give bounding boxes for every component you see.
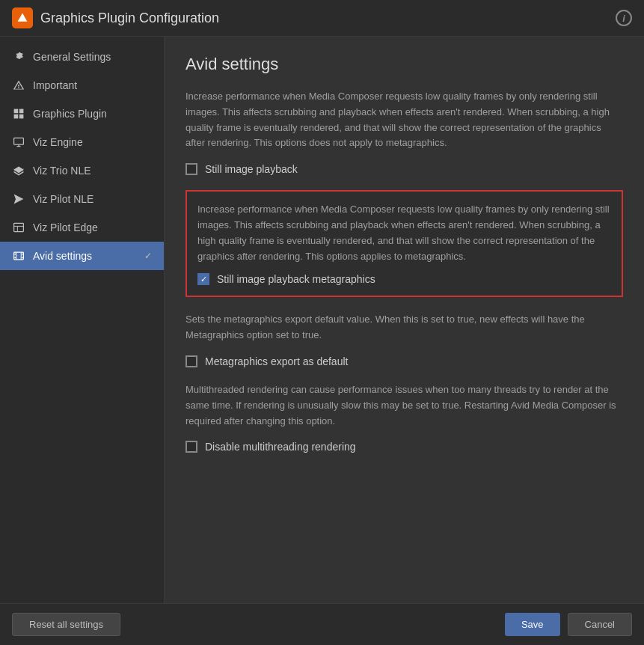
window-title: Graphics Plugin Configuration bbox=[40, 10, 219, 26]
multithreading-label: Disable multithreading rendering bbox=[205, 441, 356, 453]
monitor-icon bbox=[12, 135, 25, 149]
still-image-playback-description: Increase performance when Media Composer… bbox=[185, 89, 623, 151]
metagraphics-export-label: Metagraphics export as default bbox=[205, 355, 348, 367]
title-bar: Graphics Plugin Configuration i bbox=[0, 0, 644, 37]
main-layout: General Settings Important Graphics Plug… bbox=[0, 37, 644, 603]
svg-marker-8 bbox=[14, 195, 24, 204]
metagraphics-export-description: Sets the metagraphics export default val… bbox=[185, 312, 623, 343]
save-button[interactable]: Save bbox=[505, 613, 560, 636]
svg-rect-1 bbox=[14, 109, 19, 114]
footer-right: Save Cancel bbox=[505, 613, 632, 636]
grid-icon bbox=[12, 107, 25, 120]
layers-icon bbox=[12, 164, 25, 177]
warning-icon bbox=[12, 79, 25, 92]
table-icon bbox=[12, 221, 25, 234]
svg-marker-0 bbox=[18, 13, 28, 22]
sidebar-item-viz-engine-label: Viz Engine bbox=[33, 136, 83, 148]
gear-icon bbox=[12, 50, 25, 64]
active-checkmark: ✓ bbox=[144, 251, 152, 261]
svg-rect-9 bbox=[14, 223, 24, 231]
svg-rect-12 bbox=[14, 252, 24, 260]
footer: Reset all settings Save Cancel bbox=[0, 603, 644, 645]
cancel-button[interactable]: Cancel bbox=[568, 613, 632, 636]
info-icon[interactable]: i bbox=[616, 10, 632, 26]
sidebar-item-viz-engine[interactable]: Viz Engine bbox=[0, 128, 164, 156]
sidebar-item-avid-settings[interactable]: Avid settings ✓ bbox=[0, 242, 164, 270]
multithreading-description: Multithreaded rendering can cause perfor… bbox=[185, 382, 623, 429]
sidebar-item-viz-pilot-nle[interactable]: Viz Pilot NLE bbox=[0, 185, 164, 213]
sidebar-item-viz-pilot-edge-label: Viz Pilot Edge bbox=[33, 221, 98, 233]
sidebar-item-viz-pilot-edge[interactable]: Viz Pilot Edge bbox=[0, 213, 164, 242]
svg-rect-2 bbox=[19, 109, 24, 114]
svg-rect-17 bbox=[22, 254, 23, 255]
multithreading-option: Disable multithreading rendering bbox=[185, 441, 623, 453]
sidebar-item-important-label: Important bbox=[33, 79, 77, 91]
sidebar-item-avid-settings-label: Avid settings bbox=[33, 250, 92, 262]
sidebar-item-graphics-plugin[interactable]: Graphics Plugin bbox=[0, 100, 164, 128]
sidebar-item-viz-pilot-nle-label: Viz Pilot NLE bbox=[33, 193, 93, 205]
title-bar-left: Graphics Plugin Configuration bbox=[12, 7, 219, 28]
svg-rect-18 bbox=[22, 257, 23, 259]
svg-rect-4 bbox=[19, 114, 24, 119]
svg-rect-15 bbox=[14, 254, 16, 255]
still-image-metagraphics-option: ✓ Still image playback metagraphics bbox=[197, 273, 611, 285]
sidebar-item-viz-trio-nle-label: Viz Trio NLE bbox=[33, 165, 91, 177]
still-image-metagraphics-checkbox[interactable]: ✓ bbox=[197, 273, 209, 285]
sidebar-item-general-settings[interactable]: General Settings bbox=[0, 43, 164, 71]
multithreading-checkbox[interactable] bbox=[185, 441, 197, 453]
reset-all-settings-button[interactable]: Reset all settings bbox=[12, 613, 120, 636]
svg-rect-16 bbox=[14, 257, 16, 259]
film-icon bbox=[12, 249, 25, 263]
footer-left: Reset all settings bbox=[12, 613, 120, 636]
sidebar-item-graphics-plugin-label: Graphics Plugin bbox=[33, 108, 107, 120]
still-image-playback-option: Still image playback bbox=[185, 163, 623, 175]
sidebar: General Settings Important Graphics Plug… bbox=[0, 37, 165, 603]
svg-rect-5 bbox=[14, 138, 24, 144]
metagraphics-export-option: Metagraphics export as default bbox=[185, 355, 623, 367]
still-image-metagraphics-label: Still image playback metagraphics bbox=[217, 273, 375, 285]
sidebar-item-general-settings-label: General Settings bbox=[33, 51, 111, 63]
app-icon bbox=[12, 7, 33, 28]
metagraphics-export-checkbox[interactable] bbox=[185, 355, 197, 367]
svg-rect-3 bbox=[14, 114, 19, 119]
still-image-metagraphics-description: Increase performance when Media Composer… bbox=[197, 202, 611, 264]
still-image-playback-label: Still image playback bbox=[205, 163, 298, 175]
sidebar-item-important[interactable]: Important bbox=[0, 71, 164, 100]
send-icon bbox=[12, 192, 25, 206]
still-image-playback-checkbox[interactable] bbox=[185, 163, 197, 175]
section-title: Avid settings bbox=[185, 55, 623, 74]
content-area: Avid settings Increase performance when … bbox=[165, 37, 644, 603]
sidebar-item-viz-trio-nle[interactable]: Viz Trio NLE bbox=[0, 156, 164, 185]
highlighted-section: Increase performance when Media Composer… bbox=[185, 190, 623, 297]
